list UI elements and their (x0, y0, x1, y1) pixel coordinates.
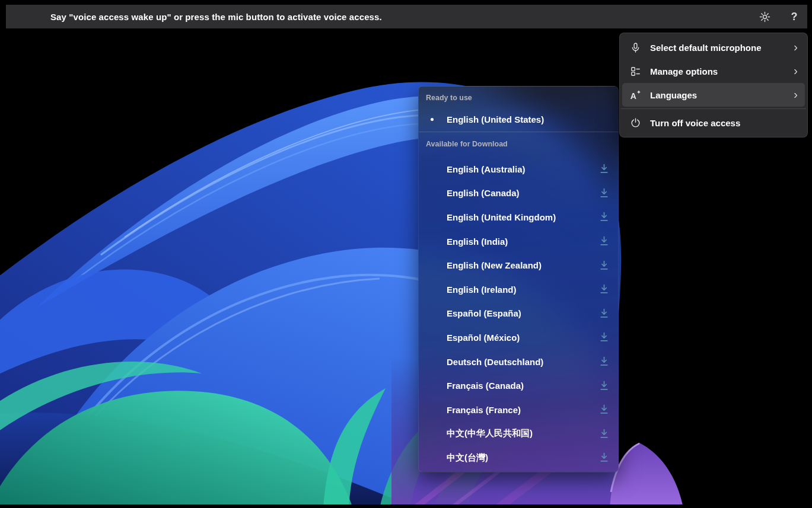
downloadable-language-list: English (Australia) English (Canada) Eng… (419, 149, 618, 470)
download-icon[interactable] (600, 212, 609, 222)
microphone-icon (628, 40, 642, 55)
menu-item[interactable]: Manage options › (622, 59, 805, 83)
chevron-right-icon: › (789, 64, 799, 78)
chevron-right-icon: › (789, 40, 799, 55)
language-label: 中文(台灣) (447, 452, 618, 464)
settings-gear-icon[interactable] (757, 9, 772, 24)
voice-access-message: Say "voice access wake up" or press the … (6, 12, 382, 22)
menu-item[interactable]: Select default microphone › (622, 36, 805, 59)
language-item[interactable]: English (India) (419, 229, 618, 254)
help-icon[interactable]: ? (787, 9, 801, 24)
language-label: English (Ireland) (447, 285, 618, 295)
language-label: Español (España) (447, 308, 618, 318)
language-item[interactable]: English (Ireland) (419, 277, 618, 302)
download-icon[interactable] (600, 356, 609, 366)
menu-item-label: Manage options (650, 66, 789, 76)
download-icon[interactable] (600, 236, 609, 246)
language-label: English (India) (447, 237, 618, 247)
language-item[interactable]: 中文(台灣) (419, 446, 618, 470)
menu-item[interactable]: A Languages › (622, 83, 805, 107)
power-icon (628, 116, 642, 130)
language-label: Français (Canada) (447, 381, 618, 391)
languages-submenu: Ready to use English (United States) Ava… (418, 86, 619, 472)
language-item[interactable]: Español (México) (419, 325, 618, 350)
download-icon[interactable] (600, 332, 609, 342)
language-label: English (Australia) (447, 164, 618, 174)
voice-bar-actions: ? (757, 5, 801, 28)
ready-to-use-header: Ready to use (426, 92, 618, 103)
download-icon[interactable] (600, 429, 609, 439)
language-item[interactable]: English (Canada) (419, 181, 618, 206)
language-label: Français (France) (447, 405, 618, 415)
download-icon[interactable] (600, 452, 609, 462)
language-item[interactable]: Español (España) (419, 302, 618, 326)
download-icon[interactable] (600, 404, 609, 414)
submenu-separator (419, 132, 618, 132)
chevron-right-icon: › (789, 88, 799, 102)
language-item-current[interactable]: English (United States) (419, 107, 618, 132)
menu-divider (621, 108, 806, 109)
menu-item-label: Select default microphone (650, 43, 789, 53)
language-item[interactable]: 中文(中华人民共和国) (419, 422, 618, 446)
download-icon[interactable] (600, 381, 609, 391)
menu-item[interactable]: Turn off voice access › (622, 111, 805, 135)
language-label: English (United Kingdom) (447, 212, 618, 222)
language-label: Deutsch (Deutschland) (447, 357, 618, 367)
language-item[interactable]: English (New Zealand) (419, 253, 618, 277)
language-item[interactable]: Français (Canada) (419, 373, 618, 398)
voice-access-bar: Say "voice access wake up" or press the … (6, 5, 807, 28)
selected-bullet-icon (431, 118, 434, 121)
language-label: 中文(中华人民共和国) (447, 428, 618, 439)
languages-icon: A (628, 88, 642, 102)
download-icon[interactable] (600, 260, 609, 270)
download-icon[interactable] (600, 188, 609, 198)
language-item[interactable]: English (United Kingdom) (419, 205, 618, 229)
voice-access-context-menu: Select default microphone › Manage optio… (619, 33, 808, 138)
menu-item-label: Languages (650, 90, 789, 100)
language-label: Español (México) (447, 333, 618, 343)
manage-options-icon (628, 64, 642, 78)
language-item[interactable]: Français (France) (419, 398, 618, 422)
menu-item-label: Turn off voice access (650, 118, 789, 128)
language-label: English (New Zealand) (447, 260, 618, 270)
svg-text:A: A (630, 91, 636, 100)
language-label: English (Canada) (447, 188, 618, 198)
language-label: English (United States) (447, 114, 544, 124)
download-icon[interactable] (600, 164, 609, 174)
language-item[interactable]: English (Australia) (419, 157, 618, 181)
available-for-download-header: Available for Download (426, 139, 618, 149)
download-icon[interactable] (600, 308, 609, 318)
download-icon[interactable] (600, 284, 609, 294)
language-item[interactable]: Deutsch (Deutschland) (419, 350, 618, 374)
